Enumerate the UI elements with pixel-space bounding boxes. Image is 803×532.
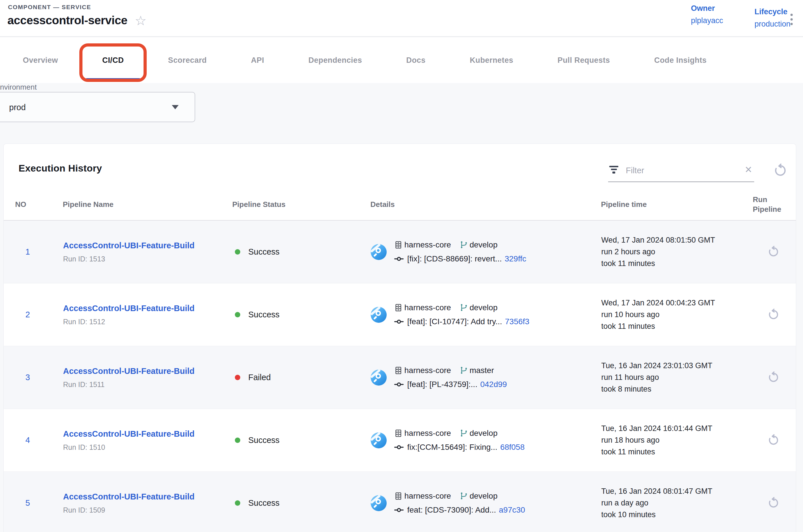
execution-history-card: Execution History × NO Pipeline Name Pip… bbox=[3, 144, 796, 532]
commit-hash-link[interactable]: 7356f3 bbox=[505, 317, 530, 326]
branch-name: develop bbox=[470, 303, 497, 312]
details-cell: harness-core develop bbox=[371, 303, 601, 326]
repo-name: harness-core bbox=[404, 303, 451, 312]
commit-line: [feat]: [CI-10747]: Add try... 7356f3 bbox=[394, 317, 529, 326]
commit-message: [fix]: [CDS-88669]: revert... bbox=[407, 254, 502, 263]
tab-kubernetes[interactable]: Kubernetes bbox=[470, 37, 513, 83]
environment-selected-value: prod bbox=[9, 103, 26, 112]
tab-scorecard[interactable]: Scorecard bbox=[168, 37, 207, 83]
lifecycle-block: Lifecycle production bbox=[754, 7, 790, 28]
branch-name: develop bbox=[470, 429, 497, 438]
commit-line: [feat]: [PL-43759]:... 042d99 bbox=[394, 380, 507, 389]
commit-hash-link[interactable]: 68f058 bbox=[500, 443, 525, 452]
run-id: Run ID: 1510 bbox=[63, 443, 233, 452]
lifecycle-value: production bbox=[754, 20, 790, 28]
pipeline-status-cell: Success bbox=[233, 247, 371, 256]
run-datetime: Tue, 16 Jan 2024 16:01:44 GMT bbox=[601, 423, 753, 434]
table-body: 1 AccessControl-UBI-Feature-Build Run ID… bbox=[4, 221, 796, 532]
run-datetime: Wed, 17 Jan 2024 00:04:23 GMT bbox=[601, 297, 753, 309]
tab-docs[interactable]: Docs bbox=[406, 37, 426, 83]
tab-code-insights[interactable]: Code Insights bbox=[654, 37, 707, 83]
col-run-pipeline: Run Pipeline bbox=[753, 195, 791, 214]
commit-hash-link[interactable]: 042d99 bbox=[480, 380, 507, 389]
owner-value[interactable]: plplayacc bbox=[691, 16, 723, 25]
active-tab-underline bbox=[86, 78, 140, 80]
col-details: Details bbox=[370, 200, 601, 209]
git-branch-icon bbox=[459, 492, 468, 500]
pipeline-status-cell: Success bbox=[233, 310, 371, 319]
dropdown-arrow-icon bbox=[172, 105, 179, 109]
run-pipeline-button[interactable] bbox=[767, 370, 781, 384]
run-datetime: Tue, 16 Jan 2024 23:01:03 GMT bbox=[601, 360, 753, 372]
run-pipeline-cell bbox=[753, 496, 796, 511]
page-header: COMPONENT — SERVICE accesscontrol-servic… bbox=[0, 0, 803, 37]
pipeline-name-link[interactable]: AccessControl-UBI-Feature-Build bbox=[63, 492, 195, 501]
git-commit-icon bbox=[394, 442, 404, 452]
pipeline-name-link[interactable]: AccessControl-UBI-Feature-Build bbox=[63, 241, 195, 250]
commit-message: [feat]: [CI-10747]: Add try... bbox=[407, 317, 502, 326]
repo-branch-line: harness-core develop bbox=[394, 303, 529, 312]
tab-ci-cd[interactable]: CI/CD bbox=[102, 37, 124, 83]
repo-branch-line: harness-core develop bbox=[394, 492, 525, 500]
harness-ci-icon bbox=[371, 495, 387, 511]
git-branch-icon bbox=[459, 303, 468, 312]
pipeline-time-cell: Tue, 16 Jan 2024 16:01:44 GMT run 18 hou… bbox=[601, 423, 753, 458]
details-cell: harness-core develop bbox=[371, 492, 601, 515]
git-commit-icon bbox=[394, 317, 404, 326]
repository-icon bbox=[394, 429, 403, 438]
detail-lines: harness-core develop bbox=[394, 429, 525, 452]
repo-name: harness-core bbox=[404, 492, 451, 500]
pipeline-name-link[interactable]: AccessControl-UBI-Feature-Build bbox=[63, 429, 195, 438]
table-row: 5 AccessControl-UBI-Feature-Build Run ID… bbox=[4, 472, 796, 532]
status-label: Success bbox=[248, 436, 280, 445]
repo-branch-line: harness-core develop bbox=[394, 240, 526, 249]
environment-select[interactable]: prod bbox=[0, 92, 195, 122]
pipeline-name-cell: AccessControl-UBI-Feature-Build Run ID: … bbox=[63, 429, 233, 452]
tab-api[interactable]: API bbox=[251, 37, 264, 83]
git-commit-icon bbox=[394, 254, 404, 264]
tab-label: CI/CD bbox=[102, 56, 124, 65]
run-duration: took 11 minutes bbox=[601, 258, 753, 269]
tab-overview[interactable]: Overview bbox=[23, 37, 58, 83]
repo-name: harness-core bbox=[404, 366, 451, 375]
pipeline-status-cell: Success bbox=[233, 498, 371, 508]
pipeline-name-cell: AccessControl-UBI-Feature-Build Run ID: … bbox=[63, 241, 233, 263]
more-options-kebab-icon[interactable] bbox=[789, 12, 795, 27]
tab-label: Pull Requests bbox=[558, 56, 610, 65]
run-pipeline-button[interactable] bbox=[767, 307, 781, 321]
pipeline-name-link[interactable]: AccessControl-UBI-Feature-Build bbox=[63, 366, 195, 376]
tab-dependencies[interactable]: Dependencies bbox=[308, 37, 362, 83]
tab-pull-requests[interactable]: Pull Requests bbox=[558, 37, 610, 83]
col-pipeline-time: Pipeline time bbox=[601, 200, 753, 209]
run-id: Run ID: 1513 bbox=[63, 255, 233, 263]
run-datetime: Wed, 17 Jan 2024 08:01:50 GMT bbox=[601, 234, 753, 246]
run-pipeline-button[interactable] bbox=[767, 433, 781, 446]
commit-hash-link[interactable]: 329ffc bbox=[504, 254, 526, 263]
pipeline-name-link[interactable]: AccessControl-UBI-Feature-Build bbox=[63, 304, 195, 313]
run-datetime: Tue, 16 Jan 2024 08:01:47 GMT bbox=[601, 486, 753, 497]
git-commit-icon bbox=[394, 380, 404, 389]
status-label: Success bbox=[248, 310, 280, 319]
refresh-table-button[interactable] bbox=[772, 162, 788, 178]
col-no: NO bbox=[15, 200, 63, 209]
filter-input[interactable] bbox=[626, 166, 745, 175]
pipeline-status-cell: Failed bbox=[233, 373, 371, 382]
entity-kind-label: COMPONENT — SERVICE bbox=[8, 4, 91, 11]
favorite-star-icon[interactable]: ☆ bbox=[135, 14, 147, 27]
run-pipeline-button[interactable] bbox=[767, 245, 781, 258]
row-number: 3 bbox=[22, 373, 63, 382]
title-row: accesscontrol-service ☆ bbox=[7, 14, 147, 27]
owner-label: Owner bbox=[691, 4, 723, 13]
repo-branch-line: harness-core master bbox=[394, 366, 507, 375]
table-row: 3 AccessControl-UBI-Feature-Build Run ID… bbox=[4, 346, 796, 409]
commit-hash-link[interactable]: a97c30 bbox=[499, 506, 525, 515]
clear-filter-icon[interactable]: × bbox=[745, 164, 752, 175]
run-relative-time: run 2 hours ago bbox=[601, 246, 753, 258]
run-pipeline-cell bbox=[753, 433, 796, 448]
row-number: 1 bbox=[22, 247, 63, 256]
col-pipeline-name: Pipeline Name bbox=[63, 200, 232, 209]
table-header-row: NO Pipeline Name Pipeline Status Details… bbox=[4, 189, 796, 221]
status-dot bbox=[235, 438, 240, 443]
run-pipeline-button[interactable] bbox=[767, 496, 781, 510]
details-cell: harness-core develop bbox=[371, 429, 601, 452]
